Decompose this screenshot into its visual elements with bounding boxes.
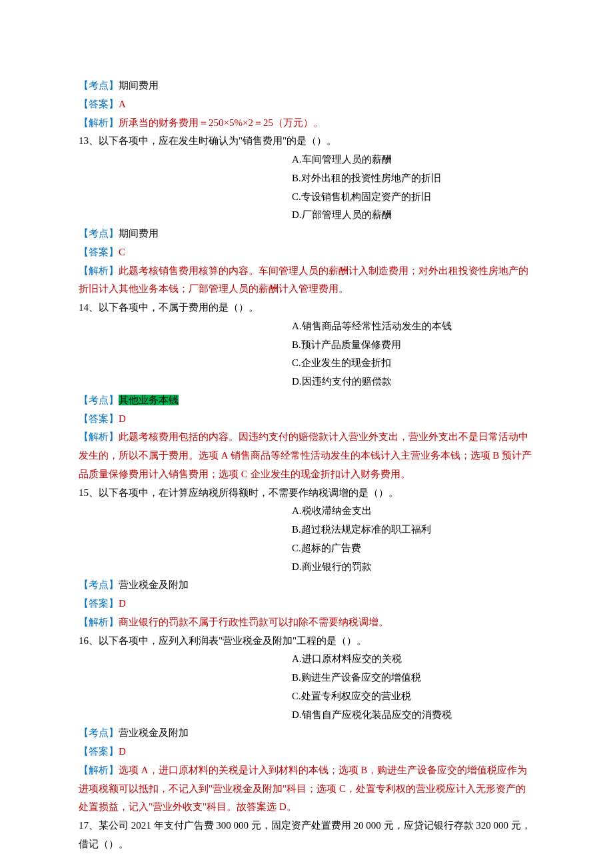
q14-opt-a: A.销售商品等经常性活动发生的本钱 xyxy=(292,317,534,336)
q14-stem: 14、以下各项中，不属于费用的是（）。 xyxy=(79,299,534,317)
jx-label: 【解析】 xyxy=(79,617,119,627)
q14-explain: 此题考核费用包括的内容。因违约支付的赔偿款计入营业外支出，营业外支出不是日常活动… xyxy=(79,431,532,479)
q12-answer: A xyxy=(119,99,126,109)
q13-answer: C xyxy=(119,247,125,257)
q13-opt-d: D.厂部管理人员的薪酬 xyxy=(292,206,534,225)
q15-answer-line: 【答案】D xyxy=(79,595,534,613)
q17-stem: 17、某公司 2021 年支付广告费 300 000 元，固定资产处置费用 20… xyxy=(79,817,534,854)
kd-label: 【考点】 xyxy=(79,80,119,91)
q13-answer-line: 【答案】C xyxy=(79,243,534,262)
q14-answer-line: 【答案】D xyxy=(79,410,534,429)
q13-explain-line: 【解析】此题考核销售费用核算的内容。车间管理人员的薪酬计入制造费用；对外出租投资… xyxy=(79,262,534,299)
q16-topic: 营业税金及附加 xyxy=(119,727,189,738)
kd-label: 【考点】 xyxy=(79,395,119,405)
q13-topic: 期间费用 xyxy=(119,228,159,239)
q15-options: A.税收滞纳金支出 B.超过税法规定标准的职工福利 C.超标的广告费 D.商业银… xyxy=(292,502,534,576)
q12-answer-line: 【答案】A xyxy=(79,95,534,114)
jx-label: 【解析】 xyxy=(79,765,119,775)
q16-opt-a: A.进口原材料应交的关税 xyxy=(292,650,534,669)
q16-opt-d: D.销售自产应税化装品应交的消费税 xyxy=(292,706,534,725)
kd-label: 【考点】 xyxy=(79,579,119,590)
q13-explain: 此题考核销售费用核算的内容。车间管理人员的薪酬计入制造费用；对外出租投资性房地产… xyxy=(79,265,528,295)
q16-explain-line: 【解析】选项 A，进口原材料的关税是计入到材料的本钱；选项 B，购进生产设备应交… xyxy=(79,761,534,817)
da-label: 【答案】 xyxy=(79,99,119,109)
q16-explain: 选项 A，进口原材料的关税是计入到材料的本钱；选项 B，购进生产设备应交的增值税… xyxy=(79,765,527,813)
q15-opt-a: A.税收滞纳金支出 xyxy=(292,502,534,521)
q13-opt-c: C.专设销售机构固定资产的折旧 xyxy=(292,188,534,207)
q16-topic-line: 【考点】营业税金及附加 xyxy=(79,724,534,743)
q13-stem: 13、以下各项中，应在发生时确认为"销售费用"的是（）。 xyxy=(79,132,534,151)
q16-stem: 16、以下各项中，应列入利润表"营业税金及附加"工程的是（）。 xyxy=(79,632,534,651)
q15-opt-b: B.超过税法规定标准的职工福利 xyxy=(292,521,534,539)
q15-stem: 15、以下各项中，在计算应纳税所得额时，不需要作纳税调增的是（）。 xyxy=(79,484,534,503)
kd-label: 【考点】 xyxy=(79,228,119,239)
jx-label: 【解析】 xyxy=(79,117,119,128)
page: 【考点】期间费用 【答案】A 【解析】所承当的财务费用＝250×5%×2＝25（… xyxy=(0,0,613,868)
q15-topic: 营业税金及附加 xyxy=(119,579,189,590)
da-label: 【答案】 xyxy=(79,413,119,424)
q15-explain: 商业银行的罚款不属于行政性罚款可以扣除不需要纳税调增。 xyxy=(119,617,388,627)
q13-topic-line: 【考点】期间费用 xyxy=(79,225,534,243)
q13-opt-a: A.车间管理人员的薪酬 xyxy=(292,151,534,169)
da-label: 【答案】 xyxy=(79,247,119,257)
q15-opt-d: D.商业银行的罚款 xyxy=(292,558,534,577)
q12-explain: 所承当的财务费用＝250×5%×2＝25（万元）。 xyxy=(119,117,323,128)
q14-topic-line: 【考点】其他业务本钱 xyxy=(79,391,534,410)
q16-answer: D xyxy=(119,746,126,757)
q14-answer: D xyxy=(119,413,126,424)
kd-label: 【考点】 xyxy=(79,727,119,738)
q14-opt-c: C.企业发生的现金折扣 xyxy=(292,354,534,373)
jx-label: 【解析】 xyxy=(79,265,119,276)
q12-topic: 期间费用 xyxy=(119,80,159,91)
q12-explain-line: 【解析】所承当的财务费用＝250×5%×2＝25（万元）。 xyxy=(79,114,534,133)
q16-options: A.进口原材料应交的关税 B.购进生产设备应交的增值税 C.处置专利权应交的营业… xyxy=(292,650,534,724)
jx-label: 【解析】 xyxy=(79,431,119,442)
q16-answer-line: 【答案】D xyxy=(79,743,534,761)
q14-topic: 其他业务本钱 xyxy=(119,395,179,405)
da-label: 【答案】 xyxy=(79,746,119,757)
q15-explain-line: 【解析】商业银行的罚款不属于行政性罚款可以扣除不需要纳税调增。 xyxy=(79,613,534,632)
q14-explain-line: 【解析】此题考核费用包括的内容。因违约支付的赔偿款计入营业外支出，营业外支出不是… xyxy=(79,428,534,483)
q14-opt-d: D.因违约支付的赔偿款 xyxy=(292,373,534,391)
q14-options: A.销售商品等经常性活动发生的本钱 B.预计产品质量保修费用 C.企业发生的现金… xyxy=(292,317,534,391)
da-label: 【答案】 xyxy=(79,598,119,609)
q14-opt-b: B.预计产品质量保修费用 xyxy=(292,336,534,355)
q15-topic-line: 【考点】营业税金及附加 xyxy=(79,576,534,595)
q13-opt-b: B.对外出租的投资性房地产的折旧 xyxy=(292,169,534,188)
q13-options: A.车间管理人员的薪酬 B.对外出租的投资性房地产的折旧 C.专设销售机构固定资… xyxy=(292,151,534,225)
q12-topic-line: 【考点】期间费用 xyxy=(79,77,534,95)
q16-opt-c: C.处置专利权应交的营业税 xyxy=(292,687,534,706)
q15-opt-c: C.超标的广告费 xyxy=(292,539,534,558)
q15-answer: D xyxy=(119,598,126,609)
q16-opt-b: B.购进生产设备应交的增值税 xyxy=(292,669,534,687)
